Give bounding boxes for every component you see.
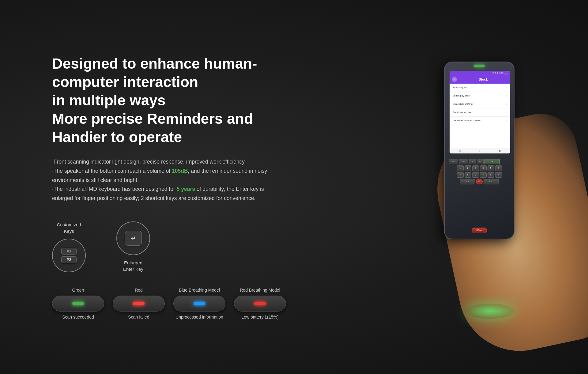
customized-keys-item: CustomizedKeys P1 P2 [52,221,86,272]
nav-back-icon: ◁ [458,149,461,152]
enter-key-label: EnlargedEnter Key [123,259,143,272]
battery-icon: ▮ [497,72,498,74]
indicator-green-label-top: Green [72,288,84,293]
screen-status-bar: ▮ 10:30 ⌂ [450,71,510,75]
red-breathing-light [254,302,266,305]
indicator-green-device [52,296,104,312]
nav-home-icon: ⌂ [479,149,480,152]
fn-kbd-key: Fn [469,159,476,164]
key-1: 1 [457,165,464,171]
p2-kbd-key: P2 [459,159,468,164]
menu-item-5-text: Container number rotation [453,119,481,122]
indicator-red-breathing: Red Breathing Model Low battery (≤15%) [234,288,286,319]
enter-key-shape: ↵ [125,231,142,246]
screen-title: Stock [459,77,508,81]
kbd-row-nums: 1 2 3 4 5 6 [448,165,511,171]
kbd-row-nav: DEL ⊙ SPC [448,179,511,184]
indicator-red-device [113,296,165,312]
green-light [72,302,84,305]
key-5: 5 [488,165,494,171]
indicator-red-breathing-label-bottom: Low battery (≤15%) [241,315,278,319]
indicator-green: Green Scan succeeded [52,288,104,319]
menu-item-4: Rapid inspection › [450,108,510,117]
title-line2: in multiple ways [52,92,166,108]
key-hash: # [495,172,502,178]
right-content: ▮ 10:30 ⌂ ‹ Stock Stock inquiry › [294,0,588,374]
title-line3: More precise Reminders and Handier to op… [52,111,253,145]
time-display: 10:30 [499,72,503,74]
chevron-2-icon: › [506,94,507,97]
menu-item-1-text: Stock inquiry [453,86,467,89]
desc-bullet3-prefix: ·The industrial IMD keyboard has been de… [52,186,177,192]
kbd-row-nums2: 7 8 9 * 0 # [448,172,511,178]
signal-icon [495,72,496,74]
indicators-section: Green Scan succeeded Red Scan failed Blu… [52,288,294,319]
menu-item-2: Shifting by order › [450,92,510,100]
indicator-red: Red Scan failed [113,288,165,319]
menu-item-2-text: Shifting by order [453,94,470,97]
title-line1: Designed to enhance human-computer inter… [52,55,257,90]
chevron-5-icon: › [506,119,507,122]
wifi-icon [492,72,494,74]
indicator-blue-label-top: Blue Breathing Model [179,288,220,293]
key-0: 0 [488,172,494,178]
menu-item-5: Container number rotation › [450,117,510,125]
customized-keys-label: CustomizedKeys [57,221,81,234]
desc-bullet2-prefix: ·The speaker at the bottom can reach a v… [52,168,172,174]
phone-indicator-light [474,65,485,67]
left-content: Designed to enhance human-computer inter… [0,30,294,344]
p1-kbd-key: P1 [449,159,458,164]
screen-menu-list: Stock inquiry › Shifting by order › Imme… [450,84,510,125]
key-8: 8 [465,172,471,178]
enter-kbd-key: ↵ [484,159,500,164]
desc-bullet2-highlight: 105dB [172,168,188,174]
key-2: 2 [465,165,471,171]
indicator-red-label-top: Red [135,288,143,293]
p2-key: P2 [61,256,77,263]
customized-keys-circle: P1 P2 [52,239,86,272]
key-star: * [480,172,487,178]
enter-key-circle: ↵ [116,221,150,255]
desc-bullet3-highlight: 5 years [177,186,195,192]
key-3: 3 [472,165,479,171]
screen-app-bar: ‹ Stock [450,75,510,84]
page-wrapper: Designed to enhance human-computer inter… [0,0,588,374]
menu-item-3-text: Immediate shifting [453,103,473,105]
phone-keyboard: P1 P2 Fn Ab ↵ 1 2 3 4 5 6 [448,159,511,184]
chevron-4-icon: › [506,111,507,114]
key-del: DEL [460,179,475,184]
chevron-1-icon: › [506,86,507,89]
ab-kbd-key: Ab [477,159,484,164]
kbd-row-p: P1 P2 Fn Ab ↵ [448,159,511,164]
main-title: Designed to enhance human-computer inter… [52,55,294,146]
red-light [133,302,145,305]
key-6: 6 [495,165,502,171]
indicator-blue: Blue Breathing Model Unprocessed informa… [173,288,225,319]
keys-section: CustomizedKeys P1 P2 ↵ EnlargedEnter Key [52,221,294,272]
description-block: ·Front scanning indicator light design, … [52,157,282,203]
phone-body: ▮ 10:30 ⌂ ‹ Stock Stock inquiry › [444,62,514,239]
nav-bar: ◁ ⌂ ▣ [450,148,510,153]
nav-recent-icon: ▣ [499,149,501,152]
indicator-blue-label-bottom: Unprocessed information [175,315,223,319]
key-7: 7 [457,172,464,178]
indicator-red-breathing-device [234,296,286,312]
desc-bullet1: ·Front scanning indicator light design, … [52,157,282,167]
menu-item-1: Stock inquiry › [450,84,510,92]
indicator-green-label-bottom: Scan succeeded [62,315,94,319]
desc-bullet2: ·The speaker at the bottom can reach a v… [52,167,282,185]
scan-glow [466,304,514,319]
menu-item-4-text: Rapid inspection [453,111,471,114]
key-space: SPC [484,179,499,184]
key-4: 4 [480,165,487,171]
key-9: 9 [472,172,479,178]
indicator-red-label-bottom: Scan failed [128,315,149,319]
scan-trigger-btn: SCAN [472,228,487,233]
phone-screen: ▮ 10:30 ⌂ ‹ Stock Stock inquiry › [450,71,510,153]
indicator-red-breathing-label-top: Red Breathing Model [240,288,280,293]
desc-bullet3: ·The industrial IMD keyboard has been de… [52,185,282,203]
key-scan: ⊙ [476,179,483,184]
chevron-3-icon: › [506,103,507,106]
p1-key: P1 [61,248,77,255]
back-btn: ‹ [452,77,457,82]
